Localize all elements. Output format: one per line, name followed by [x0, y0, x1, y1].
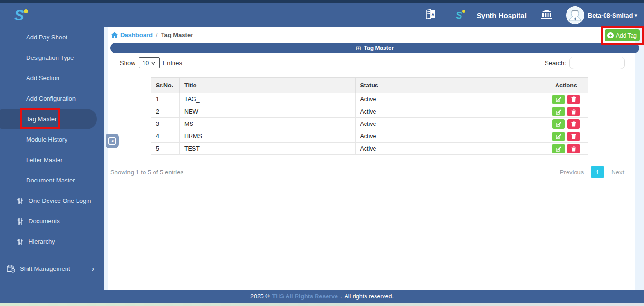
footer-year: 2025 ©: [250, 293, 270, 300]
sliders-icon: [17, 238, 23, 246]
bank-icon[interactable]: [541, 9, 553, 21]
delete-button[interactable]: [567, 144, 580, 153]
sidebar-item-document-master[interactable]: Document Master: [0, 170, 104, 191]
translate-icon[interactable]: A: [424, 8, 437, 22]
caret-down-icon[interactable]: ▾: [634, 12, 637, 19]
sidebar-item-add-section[interactable]: Add Section: [0, 68, 104, 88]
show-label: Show: [120, 59, 135, 67]
sidebar-item-label: Shift Management: [20, 265, 70, 272]
sidebar-collapse-toggle[interactable]: ◂: [106, 134, 119, 148]
cell-sr: 1: [151, 93, 180, 105]
page-number-button[interactable]: 1: [591, 166, 604, 178]
svg-text:A: A: [431, 12, 434, 17]
chevron-down-icon: [151, 62, 155, 65]
home-icon[interactable]: [111, 32, 118, 38]
edit-button[interactable]: [552, 144, 565, 153]
cell-title: MS: [179, 118, 355, 130]
cell-status: Active: [355, 93, 544, 105]
breadcrumb-separator: /: [156, 31, 158, 38]
cell-actions: [544, 143, 588, 155]
plus-icon: +: [607, 32, 614, 38]
col-header-actions: Actions: [544, 78, 588, 93]
footer-link[interactable]: THS All Rights Reserve: [272, 293, 338, 300]
col-header-srno: Sr.No.: [151, 78, 180, 93]
edit-icon: [556, 96, 561, 102]
sidebar-item-label: Documents: [29, 218, 60, 225]
cell-actions: [544, 93, 588, 105]
content-card: Dashboard / Tag Master + Add Tag ⊞ Tag M…: [108, 27, 635, 290]
add-tag-button[interactable]: + Add Tag: [605, 29, 640, 41]
cell-title: NEW: [179, 105, 355, 118]
edit-button[interactable]: [552, 95, 565, 104]
sidebar-item-label: Add Section: [26, 75, 59, 82]
previous-button[interactable]: Previous: [560, 169, 584, 176]
cell-title: HRMS: [179, 130, 355, 143]
table-icon: ⊞: [356, 45, 361, 52]
edit-button[interactable]: [552, 132, 565, 141]
cell-sr: 4: [151, 130, 180, 143]
sidebar-item-hierarchy[interactable]: Hierarchy: [0, 231, 104, 252]
logo-letter: S: [14, 7, 24, 24]
trash-icon: [571, 121, 576, 127]
cell-sr: 5: [151, 143, 180, 155]
sidebar-item-label: Add Pay Sheet: [26, 34, 67, 41]
app-logo[interactable]: S: [14, 8, 24, 23]
footer-rights: All rights reserved.: [344, 293, 394, 300]
search-label: Search:: [545, 59, 566, 67]
edit-button[interactable]: [552, 107, 565, 116]
hospital-name: Synth Hospital: [477, 11, 527, 19]
delete-button[interactable]: [567, 119, 580, 129]
sidebar-item-label: Document Master: [26, 177, 75, 184]
breadcrumb-current: Tag Master: [161, 31, 193, 38]
edit-button[interactable]: [552, 119, 565, 129]
cell-actions: [544, 130, 588, 143]
cell-title: TAG_: [179, 93, 355, 105]
sidebar-item-documents[interactable]: Documents: [0, 211, 104, 231]
panel-title-bar: ⊞ Tag Master: [110, 43, 639, 53]
cell-status: Active: [355, 130, 544, 143]
edit-icon: [556, 134, 561, 139]
sidebar-item-label: One Device One Login: [29, 197, 91, 204]
sidebar-item-module-history[interactable]: Module History: [0, 129, 104, 150]
delete-button[interactable]: [567, 107, 580, 116]
bottom-strip: [0, 303, 644, 306]
footer: 2025 © THS All Rights Reserve . All righ…: [0, 290, 644, 303]
entries-select[interactable]: 10: [139, 57, 160, 68]
col-header-status: Status: [355, 78, 544, 93]
s-badge-letter: S: [456, 10, 462, 20]
cell-actions: [544, 105, 588, 118]
username[interactable]: Beta-08-Smitad: [588, 12, 633, 19]
sidebar-item-label: Letter Master: [26, 156, 63, 163]
table-row: 5 TEST Active: [151, 143, 588, 155]
search-input[interactable]: [569, 57, 625, 69]
calendar-clock-icon: [7, 265, 15, 273]
sidebar-item-add-pay-sheet[interactable]: Add Pay Sheet: [0, 27, 104, 48]
delete-button[interactable]: [567, 95, 580, 104]
edit-icon: [556, 146, 561, 152]
sidebar-item-shift-management[interactable]: Shift Management ›: [0, 258, 104, 279]
delete-button[interactable]: [567, 132, 580, 141]
entries-control: Show 10 Entries: [120, 57, 182, 68]
next-button[interactable]: Next: [611, 169, 624, 176]
add-tag-label: Add Tag: [616, 32, 637, 39]
sliders-icon: [17, 218, 23, 225]
trash-icon: [571, 134, 576, 139]
sidebar-item-add-configuration[interactable]: Add Configuration: [0, 88, 104, 109]
entries-select-value: 10: [143, 60, 149, 67]
col-header-title: Title: [179, 78, 355, 93]
sidebar-item-label: Module History: [26, 136, 67, 143]
sidebar-item-designation-type[interactable]: Designation Type: [0, 48, 104, 68]
cell-status: Active: [355, 143, 544, 155]
table-row: 3 MS Active: [151, 118, 588, 130]
cell-status: Active: [355, 118, 544, 130]
entries-label: Entries: [163, 59, 182, 67]
sidebar-item-one-device-one-login[interactable]: One Device One Login: [0, 191, 104, 211]
trash-icon: [571, 109, 576, 115]
trash-icon: [571, 146, 576, 152]
pagination: Previous 1 Next: [560, 166, 624, 178]
breadcrumb-dashboard-link[interactable]: Dashboard: [120, 31, 153, 38]
top-stripe: [0, 0, 644, 3]
avatar[interactable]: [566, 6, 584, 24]
cell-sr: 3: [151, 118, 180, 130]
sidebar-item-letter-master[interactable]: Letter Master: [0, 150, 104, 170]
